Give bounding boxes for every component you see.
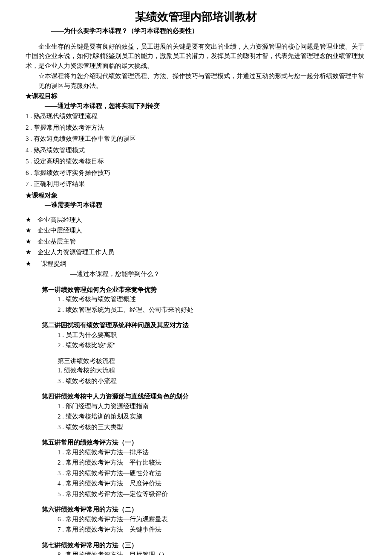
lecture-item: 1 . 常用的绩效考评方法—排序法 xyxy=(58,447,366,457)
goal-subheader: ——通过学习本课程，您将实现下列转变 xyxy=(45,101,366,111)
goal-item: 7 . 正确利用考评结果 xyxy=(26,179,366,189)
lecture-item-list: 1 . 部门经理与人力资源经理指南2 . 绩效考核培训的策划及实施3 . 绩效考… xyxy=(58,401,366,432)
goal-item: 1 . 熟悉现代绩效管理流程 xyxy=(26,111,366,121)
audience-header: ★课程对象 xyxy=(26,191,366,200)
lecture-item: 1 . 员工为什么要离职 xyxy=(58,330,366,340)
lecture-title: 第四讲绩效考核中人力资源部与直线经理角色的划分 xyxy=(42,392,367,401)
lecture-title: 第一讲绩效管理如何为企业带来竞争优势 xyxy=(42,285,367,295)
document-title: 某绩效管理内部培训教材 xyxy=(26,9,366,25)
lecture-item: 1 . 绩效考核与绩效管理概述 xyxy=(58,294,366,304)
outline-header: 课程提纲 xyxy=(26,259,366,269)
goal-item: 3 . 有效避免绩效管理工作中常见的误区 xyxy=(26,134,366,144)
audience-item: 企业高层经理人 xyxy=(26,215,366,225)
lecture-item: 5 . 常用的绩效考评方法—定位等级评价 xyxy=(58,489,366,499)
lecture-title: 第三讲绩效考核流程 xyxy=(58,356,366,366)
audience-subheader: —谁需要学习本课程 xyxy=(45,200,366,210)
lecture-item: 3 . 绩效考核的小流程 xyxy=(58,376,366,386)
lecture-item: 8 . 常用的绩效考评方法—目标管理（） xyxy=(58,550,366,555)
lecture-item-list: 6 . 常用的绩效考评方法—行为观察量表7 . 常用的绩效考评方法—关键事件法 xyxy=(58,514,366,535)
lecture-item: 1 . 部门经理与人力资源经理指南 xyxy=(58,401,366,411)
goal-item: 5 . 设定高明的绩效考核目标 xyxy=(26,157,366,166)
lecture-item-list: 8 . 常用的绩效考评方法—目标管理（） xyxy=(58,550,366,555)
outline-subheader: —通过本课程，您能学到什么？ xyxy=(70,269,366,279)
intro-paragraph-1: 企业生存的关键是要有良好的效益，员工进展的关键是要有突出的业绩，人力资源管理的核… xyxy=(26,42,366,71)
lecture-item: 3 . 绩效考核的三大类型 xyxy=(58,422,366,432)
document-subtitle: ——为什么要学习本课程？（学习本课程的必要性） xyxy=(51,26,366,36)
lecture-title: 第二讲困扰现有绩效管理系统种种问题及其应对方法 xyxy=(42,320,367,330)
lecture-item: 3 . 常用的绩效考评方法—硬性分布法 xyxy=(58,468,366,478)
audience-item: 企业人力资源管理工作人员 xyxy=(26,247,366,257)
goal-list: 1 . 熟悉现代绩效管理流程 2 . 掌握常用的绩效考评方法 3 . 有效避免绩… xyxy=(26,111,366,189)
lecture-item-list: 1 . 绩效考核与绩效管理概述2 . 绩效管理系统为员工、经理、公司带来的好处 xyxy=(58,294,366,314)
lecture-item: 1. 绩效考核的大流程 xyxy=(58,366,366,375)
lecture-item: 6 . 常用的绩效考评方法—行为观察量表 xyxy=(58,514,366,524)
lecture-item-list: 1 . 员工为什么要离职2 . 绩效考核比较"烦" xyxy=(58,330,366,350)
lectures-container: 第一讲绩效管理如何为企业带来竞争优势1 . 绩效考核与绩效管理概述2 . 绩效管… xyxy=(26,285,366,555)
goal-item: 2 . 掌握常用的绩效考评方法 xyxy=(26,123,366,133)
goal-item: 4 . 熟悉绩效管理模式 xyxy=(26,145,366,155)
intro-paragraph-2: ☆本课程将向您介绍现代绩效管理流程、方法、操作技巧与管理模式，并通过互动的形式与… xyxy=(38,71,366,90)
goal-header: ★课程目标 xyxy=(26,91,366,101)
lecture-item: 2 . 绩效管理系统为员工、经理、公司带来的好处 xyxy=(58,305,366,315)
lecture-item-list: 1. 绩效考核的大流程3 . 绩效考核的小流程 xyxy=(58,366,366,386)
lecture-item: 2 . 绩效考核比较"烦" xyxy=(58,340,366,350)
lecture-item-list: 1 . 常用的绩效考评方法—排序法2 . 常用的绩效考评方法—平行比较法3 . … xyxy=(58,447,366,499)
lecture-item: 2 . 常用的绩效考评方法—平行比较法 xyxy=(58,458,366,468)
audience-item: 企业基层主管 xyxy=(26,237,366,247)
goal-item: 6 . 掌握绩效考评实务操作技巧 xyxy=(26,168,366,178)
lecture-title: 第五讲常用的绩效考评方法（一） xyxy=(42,438,367,447)
lecture-title: 第七讲绩效考评常用的方法（三） xyxy=(42,540,367,550)
audience-item: 企业中层经理人 xyxy=(26,226,366,235)
audience-list: 企业高层经理人 企业中层经理人 企业基层主管 企业人力资源管理工作人员 xyxy=(26,215,366,257)
lecture-item: 2 . 绩效考核培训的策划及实施 xyxy=(58,412,366,421)
lecture-item: 7 . 常用的绩效考评方法—关键事件法 xyxy=(58,525,366,535)
lecture-item: 4 . 常用的绩效考评方法—尺度评价法 xyxy=(58,479,366,488)
lecture-title: 第六讲绩效考评常用的方法（二） xyxy=(42,505,367,514)
